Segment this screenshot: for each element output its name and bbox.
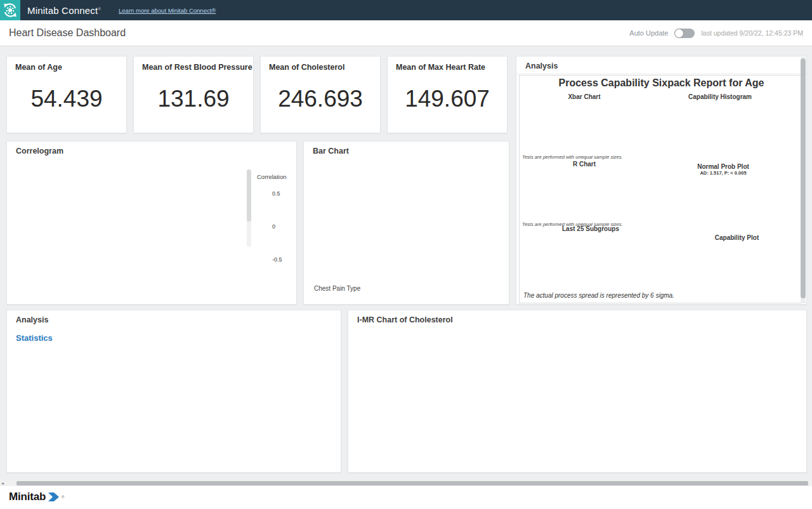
kpi-label: Mean of Max Heart Rate bbox=[396, 63, 485, 72]
correlation-legend-title: Correlation bbox=[257, 173, 296, 180]
bar-chart bbox=[308, 158, 504, 285]
kpi-label: Mean of Cholesterol bbox=[269, 63, 344, 72]
last25-chart bbox=[521, 232, 665, 291]
panel-title: Analysis bbox=[525, 62, 558, 70]
r-chart bbox=[521, 167, 674, 221]
page-header: Heart Disease Dashboard Auto Update last… bbox=[0, 20, 812, 46]
kpi-value: 54.439 bbox=[7, 86, 126, 112]
correlogram-chart bbox=[11, 159, 251, 301]
panel-title: Correlogram bbox=[16, 147, 63, 155]
divider bbox=[516, 74, 806, 74]
learn-more-link[interactable]: Learn more about Minitab Connect® bbox=[119, 7, 216, 14]
scrollbar-thumb[interactable] bbox=[801, 58, 806, 298]
xbar-chart bbox=[521, 101, 674, 159]
kpi-card-mean-rest-bp: Mean of Rest Blood Pressure 131.69 bbox=[133, 56, 254, 133]
legend-tick: 0.5 bbox=[272, 190, 280, 197]
kpi-card-mean-age: Mean of Age 54.439 bbox=[6, 56, 127, 133]
imr-chart-panel: I-MR Chart of Cholesterol bbox=[348, 310, 807, 473]
statistics-heading: Statistics bbox=[16, 333, 53, 343]
imr-movingrange-chart bbox=[352, 381, 804, 469]
kpi-value: 246.693 bbox=[261, 86, 380, 112]
normal-prob-plot bbox=[676, 177, 776, 230]
correlogram-panel: Correlogram Correlation 0.5 0 -0.5 bbox=[6, 141, 297, 305]
legend-tick: -0.5 bbox=[272, 256, 282, 263]
sixpack-title: Process Capability Sixpack Report for Ag… bbox=[520, 77, 803, 89]
panel-title: Analysis bbox=[16, 315, 48, 324]
page-footer: Minitab ® bbox=[0, 486, 812, 509]
kpi-card-mean-cholesterol: Mean of Cholesterol 246.693 bbox=[260, 56, 381, 133]
sixpack-vertical-scrollbar[interactable] bbox=[801, 57, 806, 303]
sixpack-footnote: The actual process spread is represented… bbox=[523, 292, 674, 299]
normal-prob-plot-title: Normal Prob Plot bbox=[676, 163, 771, 170]
kpi-label: Mean of Age bbox=[15, 63, 62, 72]
brand-title: Minitab Connect® bbox=[27, 5, 101, 16]
correlogram-scrollbar[interactable] bbox=[247, 169, 251, 247]
panel-title: Bar Chart bbox=[313, 147, 349, 155]
sixpack-graph-region: Process Capability Sixpack Report for Ag… bbox=[519, 75, 804, 303]
correlation-gradient: 0.5 0 -0.5 bbox=[257, 184, 296, 270]
page-title: Heart Disease Dashboard bbox=[9, 20, 126, 46]
auto-update-toggle[interactable] bbox=[674, 29, 695, 38]
footer-brand-text: Minitab bbox=[9, 491, 46, 503]
minitab-connect-logo-icon bbox=[0, 0, 20, 20]
bar-chart-legend: Chest Pain Type bbox=[314, 285, 360, 294]
minitab-chevron-icon bbox=[48, 492, 59, 501]
analysis-statistics-panel: Analysis Statistics bbox=[6, 310, 341, 473]
toggle-knob bbox=[675, 29, 683, 37]
xbar-note: Tests are performed with unequal sample … bbox=[522, 154, 623, 160]
analysis-sixpack-panel: Analysis Process Capability Sixpack Repo… bbox=[516, 56, 807, 305]
scroll-left-arrow-icon[interactable]: ◂ bbox=[1, 480, 4, 486]
panel-title: I-MR Chart of Cholesterol bbox=[357, 315, 453, 324]
kpi-value: 131.69 bbox=[134, 86, 253, 112]
footer-brand-mark: ® bbox=[62, 495, 64, 499]
normal-prob-plot-subtitle: AD: 1.517, P: < 0.005 bbox=[676, 170, 771, 176]
last-updated-text: last updated 9/20/22, 12:45:23 PM bbox=[701, 29, 803, 37]
legend-tick: 0 bbox=[272, 223, 275, 230]
scrollbar-thumb[interactable] bbox=[247, 169, 251, 221]
minitab-footer-logo: Minitab ® bbox=[9, 491, 65, 503]
scrollbar-thumb[interactable] bbox=[16, 481, 808, 486]
bar-legend-title: Chest Pain Type bbox=[314, 285, 360, 292]
correlogram-legend: Correlation 0.5 0 -0.5 bbox=[257, 173, 296, 270]
horizontal-scrollbar[interactable]: ◂ bbox=[0, 480, 812, 486]
top-navbar: Minitab Connect® Learn more about Minita… bbox=[0, 0, 812, 20]
capability-histogram bbox=[676, 100, 758, 161]
capability-plot bbox=[672, 241, 802, 301]
xbar-chart-title: Xbar Chart bbox=[521, 93, 648, 100]
kpi-label: Mean of Rest Blood Pressure bbox=[142, 63, 252, 72]
imr-individual-chart bbox=[352, 329, 804, 380]
kpi-value: 149.607 bbox=[388, 86, 507, 112]
bar-chart-panel: Bar Chart Chest Pain Type bbox=[303, 141, 509, 305]
kpi-card-mean-max-hr: Mean of Max Heart Rate 149.607 bbox=[387, 56, 508, 133]
auto-update-label: Auto Update bbox=[629, 29, 668, 37]
